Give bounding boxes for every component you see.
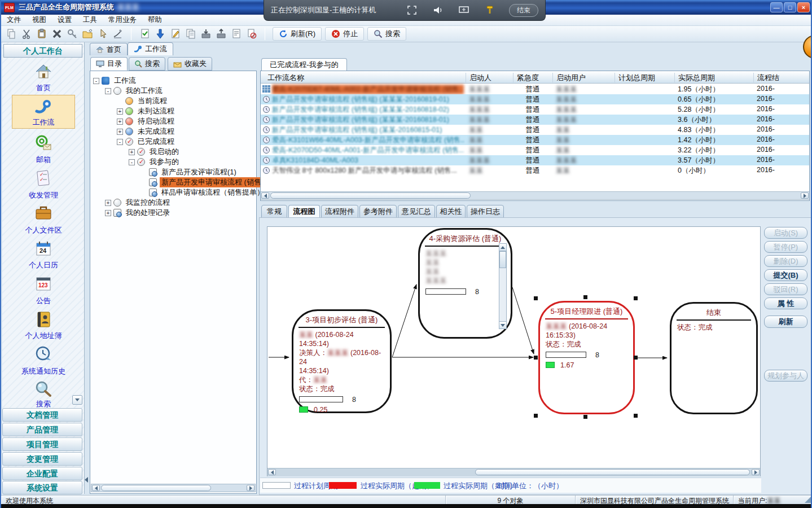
tab-flow-attachments[interactable]: 流程附件	[321, 205, 358, 218]
scroll-right-icon[interactable]	[801, 192, 809, 199]
tree-node-not-reached[interactable]: +未到达流程	[117, 106, 176, 116]
node-scrollbar[interactable]	[499, 243, 507, 329]
resize-grip[interactable]	[805, 496, 811, 503]
tree-node-pending-start[interactable]: +待启动流程	[117, 116, 176, 126]
sidebar-item-workflow[interactable]: 工作流	[2, 117, 85, 128]
edit-doc-icon[interactable]	[168, 27, 182, 41]
flow-diagram-canvas[interactable]: 4-采购资源评估 (普通) 某某某 某某 某某 某某某 8 3-项目初步评估 (…	[267, 226, 761, 476]
scrollbar-thumb[interactable]	[101, 485, 211, 491]
import-icon[interactable]	[199, 27, 213, 41]
sidebar-item-personal-files[interactable]: 个人文件区	[2, 225, 85, 235]
table-section-tab[interactable]: 已完成流程-我参与的	[261, 58, 347, 71]
col-actual-cycle[interactable]: 实际总周期	[674, 73, 715, 82]
col-planned-cycle[interactable]: 计划总周期	[615, 73, 655, 82]
scroll-right-icon[interactable]	[752, 469, 760, 475]
col-workflow-name[interactable]: 工作流名称	[264, 73, 304, 82]
scroll-left-icon[interactable]	[261, 192, 269, 199]
tree-node-unfinished[interactable]: +未完成流程	[117, 126, 176, 137]
properties-button[interactable]: 属 性	[764, 297, 807, 309]
download-icon[interactable]	[153, 27, 167, 41]
tree-toggle[interactable]: +	[105, 210, 111, 216]
tree-toggle[interactable]: -	[117, 139, 123, 145]
tree-node-completed[interactable]: -已完成流程	[117, 137, 176, 147]
refresh-diagram-button[interactable]: 刷新	[764, 316, 807, 328]
export-icon[interactable]	[214, 27, 228, 41]
sidebar-category-enterprise[interactable]: 企业配置	[2, 467, 82, 480]
selection-handle[interactable]	[534, 414, 538, 418]
sidebar-category-changes[interactable]: 变更管理	[2, 452, 82, 466]
sidebar-category-documents[interactable]: 文档管理	[2, 408, 82, 422]
scroll-left-icon[interactable]	[92, 485, 100, 491]
scroll-right-icon[interactable]	[247, 485, 254, 491]
scrollbar-thumb[interactable]	[270, 192, 471, 199]
notify-history-icon[interactable]	[34, 345, 53, 364]
start-button[interactable]: 启动(S)	[764, 227, 807, 239]
table-row[interactable]: 新产品开发申请审核流程 (销售端) (某某某-20160818-01) 某某某 …	[261, 115, 809, 125]
fit-screen-icon[interactable]	[406, 5, 418, 16]
col-flow-end[interactable]: 流程结	[753, 73, 779, 82]
flow-node-pm-followup[interactable]: 5-项目经理跟进 (普通) 某某某 (2016-08-24 16:15:33) …	[538, 301, 635, 414]
stop-button[interactable]: 停止	[325, 27, 364, 41]
table-row[interactable]: 天智伟业 8寸 800x1280 新产品开发申请与审核流程 (销售... 某某 …	[261, 165, 809, 176]
copy-doc-icon[interactable]	[183, 27, 197, 41]
table-row[interactable]: 卓真K310184D-40ML-A003 某某某 普通 某某某 3.57（小时）…	[261, 155, 809, 165]
scrollbar-thumb[interactable]	[499, 251, 506, 268]
tab-search[interactable]: 搜索	[129, 57, 165, 71]
speaker-icon[interactable]	[432, 5, 444, 16]
tree-node-review-flow[interactable]: 新产品开发评审流程(1)	[141, 167, 238, 177]
pin-icon[interactable]	[484, 5, 495, 16]
sidebar-category-products[interactable]: 产品管理	[2, 423, 82, 436]
tree-node-workflow[interactable]: -工作流	[93, 76, 138, 86]
sidebar-item-announcements[interactable]: 公告	[2, 296, 85, 306]
calendar-icon[interactable]: 24	[34, 239, 53, 259]
close-icon[interactable]: ×	[797, 2, 810, 12]
splitter-collapse-icon[interactable]	[85, 477, 88, 483]
sidebar-item-address-book[interactable]: 个人地址簿	[2, 331, 85, 341]
tree-node-sample-flow[interactable]: 样品申请审核流程（销售提单）	[141, 187, 266, 198]
tab-general[interactable]: 常规	[261, 205, 287, 218]
sidebar-item-home[interactable]: 首页	[2, 83, 85, 93]
tree-node-my-workflows[interactable]: -我的工作流	[105, 86, 164, 96]
approve-doc-icon[interactable]	[138, 27, 152, 41]
table-row[interactable]: 新产品开发申请审核流程 (销售端) (某某某-20160818-02) 某某某 …	[261, 104, 809, 115]
tree-node-apply-review-flow[interactable]: 新产品开发申请审核流程 (销售端	[141, 177, 270, 187]
table-horizontal-scrollbar[interactable]	[261, 191, 809, 200]
tree-toggle[interactable]: -	[105, 88, 111, 94]
briefcase-icon[interactable]	[34, 204, 53, 223]
tree-toggle[interactable]: +	[129, 149, 135, 155]
flow-node-initial-eval[interactable]: 3-项目初步评估 (普通) 某某 (2016-08-24 14:35:14) 决…	[292, 309, 392, 413]
delete-button[interactable]: 删除(D)	[764, 255, 807, 267]
menu-settings[interactable]: 设置	[52, 14, 77, 26]
tree-toggle[interactable]: -	[129, 159, 135, 165]
home-icon[interactable]	[34, 62, 53, 81]
flow-node-purchase-eval[interactable]: 4-采购资源评估 (普通) 某某某 某某 某某 某某某 8	[418, 228, 512, 339]
submit-button[interactable]: 提交(B)	[764, 269, 807, 281]
reject-button[interactable]: 驳回(R)	[764, 283, 807, 295]
tab-flow-diagram[interactable]: 流程图	[288, 205, 320, 218]
search-button[interactable]: 搜索	[367, 27, 406, 41]
menu-help[interactable]: 帮助	[142, 14, 168, 26]
plan-participants-button[interactable]: 规划参与人	[764, 370, 807, 382]
selection-handle[interactable]	[534, 356, 538, 360]
tab-favorites[interactable]: 收藏夹	[168, 57, 212, 71]
key-icon[interactable]	[65, 27, 79, 41]
tree-toggle[interactable]: +	[117, 119, 123, 125]
pause-button[interactable]: 暂停(P)	[764, 241, 807, 253]
restore-icon[interactable]: □	[784, 2, 796, 12]
sidebar-item-calendar[interactable]: 个人日历	[2, 260, 85, 270]
paste-icon[interactable]	[34, 27, 49, 41]
tree-horizontal-scrollbar[interactable]	[91, 484, 256, 492]
selection-handle[interactable]	[634, 414, 638, 418]
col-start-user[interactable]: 启动用户	[552, 73, 586, 82]
scrollbar-thumb[interactable]	[475, 469, 750, 475]
menu-file[interactable]: 文件	[1, 14, 27, 26]
scroll-down-icon[interactable]	[499, 321, 506, 329]
checklist-icon[interactable]: ✓✓	[34, 169, 53, 188]
sidebar-item-send-receive[interactable]: 收发管理	[2, 190, 85, 200]
workflow-icon[interactable]	[34, 98, 53, 117]
tree-node-my-records[interactable]: +我的处理记录	[105, 208, 172, 218]
diagram-horizontal-scrollbar[interactable]	[267, 468, 760, 476]
report-icon[interactable]	[229, 27, 243, 41]
sidebar-category-system[interactable]: 系统设置	[2, 481, 82, 494]
selection-handle[interactable]	[634, 356, 638, 360]
